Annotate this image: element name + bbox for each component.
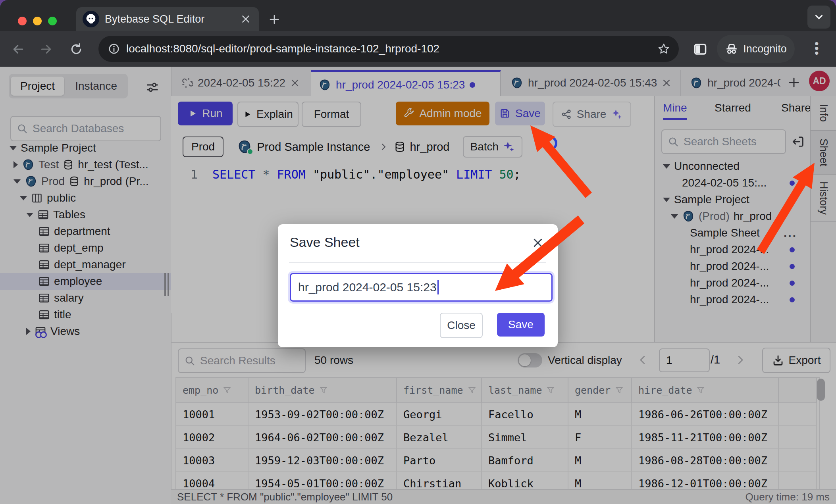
environment-badge[interactable]: Prod xyxy=(183,137,223,157)
cell[interactable]: 10001 xyxy=(176,403,248,426)
column-header[interactable]: emp_no xyxy=(176,378,248,403)
sheet-group-unconnected[interactable]: Unconnected xyxy=(655,158,811,175)
cell[interactable]: 1986-12-01T00:00:00Z xyxy=(632,472,779,490)
database-name[interactable]: hr_prod xyxy=(410,140,449,154)
cell[interactable]: 1953-09-02T00:00:00Z xyxy=(248,403,397,426)
user-avatar[interactable]: AD xyxy=(809,71,830,91)
window-minimize-button[interactable] xyxy=(33,17,42,25)
sort-funnel-icon[interactable] xyxy=(696,385,705,395)
caret-down-icon[interactable] xyxy=(10,146,17,150)
sheet-tab-0[interactable]: 2024-02-05 15:22 xyxy=(175,70,313,96)
sheet-tab-3[interactable]: hr_prod 2024-0 xyxy=(683,70,780,96)
site-info-icon[interactable] xyxy=(108,43,120,55)
sidebar-filter-icon[interactable] xyxy=(145,80,160,94)
dialog-close-icon[interactable] xyxy=(532,237,544,249)
column-header[interactable]: hire_date xyxy=(632,378,779,403)
tree-item-table[interactable]: dept_manager xyxy=(0,256,171,273)
caret-down-icon[interactable] xyxy=(663,198,670,202)
column-header[interactable]: first_name xyxy=(397,378,482,403)
vertical-display-toggle[interactable] xyxy=(518,353,542,367)
page-number-input[interactable]: 1 xyxy=(659,348,710,372)
caret-down-icon[interactable] xyxy=(671,214,678,219)
column-header[interactable]: last_name xyxy=(482,378,568,403)
tab-search-button[interactable] xyxy=(807,6,830,29)
sheet-item[interactable]: 2024-02-05 15:... xyxy=(655,175,811,191)
cell[interactable]: 10004 xyxy=(176,472,248,490)
sheet-item[interactable]: hr_prod 2024-... xyxy=(655,258,811,275)
sheet-group-project[interactable]: Sample Project xyxy=(655,191,811,208)
cell[interactable]: Parto xyxy=(397,449,482,472)
cell[interactable]: Bamford xyxy=(482,449,568,472)
caret-right-icon[interactable] xyxy=(26,328,31,335)
tab-starred[interactable]: Starred xyxy=(715,102,751,114)
browser-tab[interactable]: Bytebase SQL Editor xyxy=(76,7,259,31)
bookmark-star-icon[interactable] xyxy=(657,42,670,55)
tree-item-table[interactable]: title xyxy=(0,306,171,323)
tree-item-project[interactable]: Sample Project xyxy=(0,140,171,156)
cell[interactable]: 1954-05-01T00:00:00Z xyxy=(248,472,397,490)
reload-icon[interactable] xyxy=(70,43,83,56)
column-header[interactable]: birth_date xyxy=(248,378,397,403)
results-search[interactable]: Search Results xyxy=(178,348,306,373)
save-button[interactable]: Save xyxy=(495,102,545,125)
import-sheet-icon[interactable] xyxy=(792,135,805,148)
tab-instance[interactable]: Instance xyxy=(66,77,126,96)
tree-item-hr-test[interactable]: Test hr_test (Test... xyxy=(0,156,171,173)
next-page-icon[interactable] xyxy=(734,354,746,366)
sort-funnel-icon[interactable] xyxy=(467,385,477,395)
sheet-group-database[interactable]: (Prod) hr_prod xyxy=(655,208,811,225)
address-bar[interactable]: localhost:8080/sql-editor/prod-sample-in… xyxy=(98,36,679,62)
sort-funnel-icon[interactable] xyxy=(614,385,624,395)
cell[interactable]: 1986-08-28T00:00:00Z xyxy=(632,449,779,472)
column-header[interactable]: gender xyxy=(568,378,632,403)
admin-mode-button[interactable]: Admin mode xyxy=(396,102,489,125)
sort-funnel-icon[interactable] xyxy=(222,385,232,395)
share-button[interactable]: Share xyxy=(553,102,631,127)
forward-icon[interactable] xyxy=(40,43,52,56)
cell[interactable]: Simmel xyxy=(482,426,568,449)
strip-tab-sheet[interactable]: Sheet xyxy=(811,131,836,175)
tree-item-tables[interactable]: Tables xyxy=(0,206,171,223)
format-button[interactable]: Format xyxy=(302,102,361,127)
strip-tab-info[interactable]: Info xyxy=(811,96,836,131)
sheet-name-input[interactable]: hr_prod 2024-02-05 15:23 xyxy=(290,273,553,302)
cell[interactable]: M xyxy=(568,403,632,426)
tree-item-hr-prod[interactable]: Prod hr_prod (Pr... xyxy=(0,173,171,190)
close-tab-icon[interactable] xyxy=(290,78,300,88)
strip-tab-history[interactable]: History xyxy=(811,175,836,222)
tree-item-table[interactable]: department xyxy=(0,223,171,240)
side-panel-icon[interactable] xyxy=(693,42,707,56)
prev-page-icon[interactable] xyxy=(637,354,649,366)
cell[interactable]: 1985-11-21T00:00:00Z xyxy=(632,426,779,449)
sort-funnel-icon[interactable] xyxy=(546,385,555,395)
sheet-item-sample-sheet[interactable]: Sample Sheet ... xyxy=(655,225,811,241)
sheet-item[interactable]: hr_prod 2024-... xyxy=(655,275,811,291)
tree-item-table-employee-selected[interactable]: employee xyxy=(0,273,171,290)
tree-item-views[interactable]: Views xyxy=(0,323,171,340)
export-button[interactable]: Export xyxy=(762,348,830,373)
dialog-save-button[interactable]: Save xyxy=(497,313,545,337)
batch-button[interactable]: Batch xyxy=(463,136,522,158)
explain-button[interactable]: Explain xyxy=(237,102,299,127)
tab-project[interactable]: Project xyxy=(11,77,64,96)
cell[interactable]: Facello xyxy=(482,403,568,426)
add-sheet-icon[interactable] xyxy=(788,76,800,89)
sheet-item[interactable]: hr_prod 2024-... xyxy=(655,291,811,308)
sidebar-resize-handle[interactable] xyxy=(164,273,166,296)
run-button[interactable]: Run xyxy=(178,102,233,125)
sort-funnel-icon[interactable] xyxy=(319,385,328,395)
cell[interactable]: 1959-12-03T00:00:00Z xyxy=(248,449,397,472)
tree-item-table[interactable]: salary xyxy=(0,290,171,306)
cell[interactable]: M xyxy=(568,472,632,490)
tab-share[interactable]: Share xyxy=(781,102,811,114)
window-close-button[interactable] xyxy=(18,17,27,25)
sidebar-resize-handle[interactable] xyxy=(168,273,169,296)
back-icon[interactable] xyxy=(12,43,25,56)
cell[interactable]: 10002 xyxy=(176,426,248,449)
cell[interactable]: M xyxy=(568,449,632,472)
dialog-close-button[interactable]: Close xyxy=(440,313,483,338)
instance-name[interactable]: Prod Sample Instance xyxy=(257,140,370,154)
new-tab-icon[interactable] xyxy=(268,13,280,25)
browser-tab-close-icon[interactable] xyxy=(241,14,251,24)
caret-down-icon[interactable] xyxy=(26,213,33,217)
